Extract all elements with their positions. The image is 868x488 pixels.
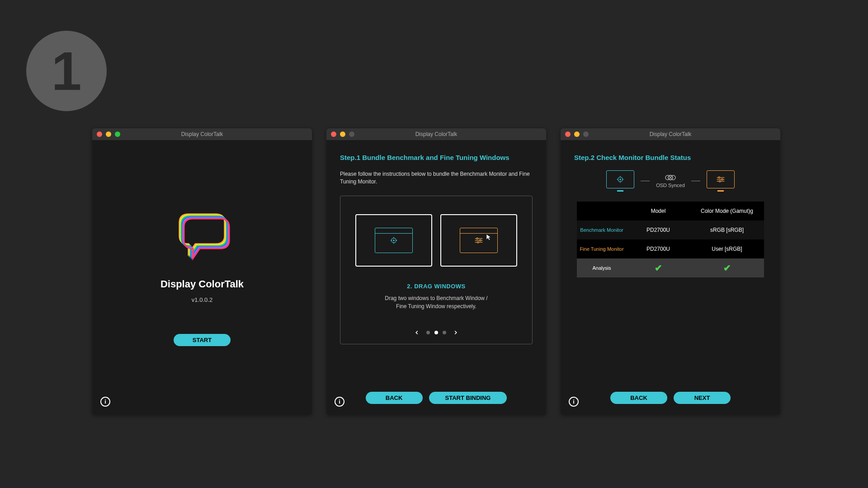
back-button[interactable]: BACK xyxy=(610,392,667,404)
chevron-right-icon[interactable] xyxy=(453,329,459,336)
svg-point-23 xyxy=(721,178,722,180)
finetuning-label: Fine Tuning Monitor xyxy=(577,246,627,252)
table-header: Color Mode (Gamut)g xyxy=(690,208,764,214)
sync-label: OSD Synced xyxy=(656,183,685,188)
svg-point-18 xyxy=(665,175,670,180)
finetuning-monitor-frame xyxy=(440,214,517,267)
maximize-icon[interactable] xyxy=(115,131,120,137)
titlebar[interactable]: Display ColorTalk xyxy=(326,128,546,140)
svg-point-21 xyxy=(718,177,720,178)
minimize-icon[interactable] xyxy=(340,131,345,137)
carousel-dot[interactable] xyxy=(426,331,430,334)
carousel-subtitle: 2. DRAG WINDOWS xyxy=(407,283,466,290)
traffic-lights xyxy=(97,131,120,137)
sliders-icon xyxy=(474,237,483,244)
monitors-illustration xyxy=(355,214,517,267)
window-title: Display ColorTalk xyxy=(561,131,780,137)
instruction-carousel: 2. DRAG WINDOWS Drag two windows to Benc… xyxy=(340,196,533,344)
carousel-dot[interactable] xyxy=(443,331,446,334)
info-icon[interactable]: i xyxy=(100,397,110,407)
window-title: Display ColorTalk xyxy=(326,131,546,137)
app-window-step2: Display ColorTalk Step.2 Check Monitor B… xyxy=(561,128,780,415)
colormode-value: User [sRGB] xyxy=(690,246,764,252)
target-icon xyxy=(616,175,624,183)
back-button[interactable]: BACK xyxy=(366,392,423,404)
carousel-dot-active[interactable] xyxy=(434,331,438,334)
carousel-dots xyxy=(426,331,446,334)
check-icon: ✔ xyxy=(655,263,662,273)
benchmark-window-icon xyxy=(375,228,413,253)
svg-point-7 xyxy=(476,238,478,239)
bundle-status-diagram: OSD Synced xyxy=(574,170,767,192)
finetuning-window-icon xyxy=(460,228,498,253)
maximize-icon[interactable] xyxy=(349,131,354,137)
benchmark-monitor-frame xyxy=(355,214,432,267)
chevron-left-icon[interactable] xyxy=(414,329,420,336)
check-icon: ✔ xyxy=(723,263,731,273)
window-body: Display ColorTalk v1.0.0.2 START i xyxy=(92,140,312,415)
connector-line xyxy=(641,181,650,181)
svg-point-11 xyxy=(477,241,479,243)
benchmark-monitor-icon xyxy=(606,170,634,192)
svg-point-25 xyxy=(719,181,720,182)
svg-point-9 xyxy=(480,239,481,241)
finetuning-monitor-icon xyxy=(707,170,735,192)
titlebar[interactable]: Display ColorTalk xyxy=(561,128,780,140)
next-button[interactable]: NEXT xyxy=(674,392,731,404)
step-description: Please follow the instructions below to … xyxy=(340,170,533,186)
step-number: 1 xyxy=(52,44,82,98)
model-value: PD2700U xyxy=(627,227,690,233)
minimize-icon[interactable] xyxy=(574,131,580,137)
maximize-icon[interactable] xyxy=(583,131,589,137)
svg-point-17 xyxy=(620,179,621,180)
app-name: Display ColorTalk xyxy=(160,278,244,290)
close-icon[interactable] xyxy=(565,131,571,137)
start-button[interactable]: START xyxy=(174,334,231,346)
model-value: PD2700U xyxy=(627,246,690,252)
link-icon xyxy=(665,174,676,181)
close-icon[interactable] xyxy=(331,131,336,137)
carousel-text: Drag two windows to Benchmark Window / F… xyxy=(385,294,487,310)
step-number-badge: 1 xyxy=(26,31,107,111)
app-version: v1.0.0.2 xyxy=(192,296,212,303)
table-header: Model xyxy=(627,208,690,214)
window-body: Step.2 Check Monitor Bundle Status xyxy=(561,140,780,415)
button-row: BACK NEXT xyxy=(561,392,780,404)
info-icon[interactable]: i xyxy=(569,397,579,407)
window-body: Step.1 Bundle Benchmark and Fine Tuning … xyxy=(326,140,546,415)
titlebar[interactable]: Display ColorTalk xyxy=(92,128,312,140)
app-window-splash: Display ColorTalk xyxy=(92,128,312,415)
svg-point-5 xyxy=(393,239,394,240)
button-row: BACK START BINDING xyxy=(326,392,546,404)
table-row: Benchmark Monitor PD2700U sRGB [sRGB] xyxy=(577,221,764,239)
traffic-lights xyxy=(331,131,354,137)
table-row: Fine Tuning Monitor PD2700U User [sRGB] xyxy=(577,239,764,258)
svg-point-19 xyxy=(671,175,675,180)
minimize-icon[interactable] xyxy=(106,131,111,137)
traffic-lights xyxy=(565,131,589,137)
step-title: Step.2 Check Monitor Bundle Status xyxy=(574,154,767,161)
window-title: Display ColorTalk xyxy=(92,131,312,137)
app-logo xyxy=(170,209,234,263)
app-window-step1: Display ColorTalk Step.1 Bundle Benchmar… xyxy=(326,128,546,415)
analysis-row: Analysis ✔ ✔ xyxy=(577,258,764,277)
table-header-row: Model Color Mode (Gamut)g xyxy=(577,202,764,221)
cursor-icon xyxy=(486,234,493,241)
windows-row: Display ColorTalk xyxy=(92,128,780,415)
connector-line xyxy=(691,181,700,181)
step-title: Step.1 Bundle Benchmark and Fine Tuning … xyxy=(340,154,533,161)
target-icon xyxy=(390,236,398,244)
status-table: Model Color Mode (Gamut)g Benchmark Moni… xyxy=(577,202,764,277)
info-icon[interactable]: i xyxy=(335,397,344,407)
benchmark-label: Benchmark Monitor xyxy=(577,227,627,233)
close-icon[interactable] xyxy=(97,131,102,137)
analysis-label: Analysis xyxy=(577,265,627,271)
start-binding-button[interactable]: START BINDING xyxy=(429,392,507,404)
sliders-icon xyxy=(716,176,725,183)
sync-status: OSD Synced xyxy=(656,174,685,188)
carousel-nav xyxy=(414,329,459,336)
colormode-value: sRGB [sRGB] xyxy=(690,227,764,233)
